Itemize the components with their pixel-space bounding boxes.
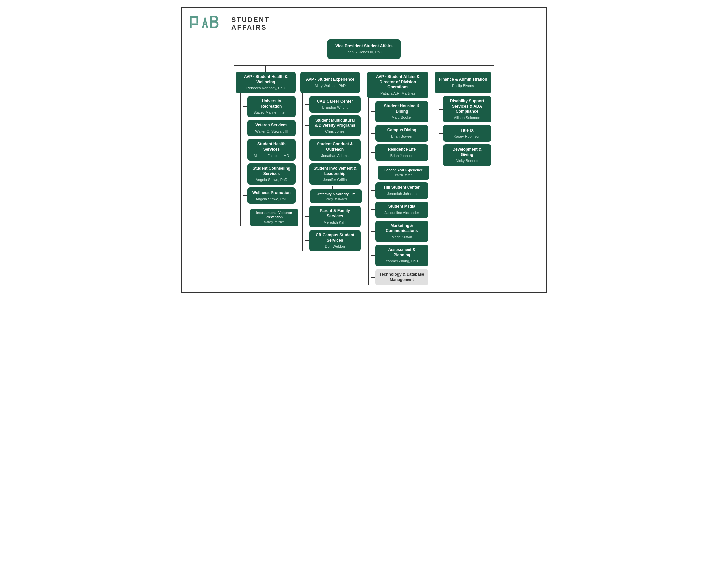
col2-item-5: Marketing & Communications Marie Sutton: [375, 221, 428, 242]
col0-item-1: Veteran Services Walter C. Stewart III: [247, 120, 296, 137]
svg-marker-4: [202, 16, 208, 28]
col0-h3: [243, 174, 247, 174]
col3-item-0: Disability Support Services & ADA Compli…: [443, 96, 491, 123]
col2-item-7: Technology & Database Management: [375, 269, 428, 285]
col0-sub-vline: [286, 206, 286, 209]
col2-item-4: Student Media Jacqueline Alexander: [375, 202, 428, 218]
col0-h2: [243, 150, 247, 150]
col1-item-0-row: UAB Career Center Brandon Wright: [305, 96, 362, 113]
col1-item-4: Parent & Family Services Meredith Kahl: [309, 206, 361, 227]
svg-rect-8: [210, 21, 215, 23]
col3-vline: [463, 66, 463, 72]
col1-item-4-row: Parent & Family Services Meredith Kahl: [305, 206, 362, 227]
col2-item-2: Residence Life Brian Johnson: [375, 144, 428, 161]
col1-sub-0: Fraternity & Sorority Life Scotty Rainwa…: [310, 189, 362, 203]
col3-avp: Finance & Administration Phillip Bivens: [435, 72, 491, 93]
uab-logo-svg: [189, 14, 229, 33]
vp-name: John R. Jones III, PhD: [346, 50, 382, 54]
page-container: STUDENT AFFAIRS Vice President Student A…: [181, 7, 547, 293]
col2-item-6: Assessment & Planning Yanmei Zhang, PhD: [375, 245, 428, 266]
header: STUDENT AFFAIRS: [189, 14, 539, 33]
col1-item-1-row: Student Multicultural & Diversity Progra…: [305, 115, 362, 137]
col1-item-5: Off-Campus Student Services Dori Weldon: [309, 230, 361, 251]
col2-item-3: Hill Student Center Jeremiah Johnson: [375, 182, 428, 199]
logo-affairs: AFFAIRS: [231, 24, 270, 31]
col1-avp-name: Mary Wallace, PhD: [315, 83, 346, 88]
svg-rect-3: [192, 24, 198, 26]
columns-wrapper: AVP - Student Health & Wellbeing Rebecca…: [234, 66, 494, 285]
vp-connector: [364, 59, 364, 65]
col0-item-3-row: Student Counseling Services Angela Stowe…: [243, 163, 296, 185]
col2-avp: AVP - Student Affairs & Director of Divi…: [367, 72, 428, 98]
col0-item-1-row: Veteran Services Walter C. Stewart III: [243, 120, 296, 137]
col1-avp-title: AVP - Student Experience: [306, 77, 354, 82]
col2-item-1: Campus Dining Brian Bowser: [375, 125, 428, 142]
col2-children: Student Housing & Dining Marc Booker Cam…: [368, 98, 429, 285]
column-2: AVP - Student Affairs & Director of Divi…: [363, 66, 433, 285]
col0-item-4-row: Wellness Promotion Angela Stowe, PhD: [243, 187, 296, 204]
column-1: AVP - Student Experience Mary Wallace, P…: [297, 66, 363, 251]
col3-children: Disability Support Services & ADA Compli…: [436, 93, 492, 166]
col3-item-1: Title IX Kasey Robinson: [443, 125, 491, 142]
col0-h1: [243, 128, 247, 129]
col1-item-1: Student Multicultural & Diversity Progra…: [309, 115, 361, 137]
col3-item-2: Development & Giving Nicky Bennett: [443, 144, 491, 166]
col0-sub-row: Interpersonal Violence Prevention Mandy …: [250, 206, 298, 226]
col1-item-3: Student Involvement & Leadership Jennife…: [309, 163, 361, 185]
col1-children: UAB Career Center Brandon Wright Student…: [302, 93, 362, 251]
col1-item-5-row: Off-Campus Student Services Dori Weldon: [305, 230, 362, 251]
vp-node: Vice President Student Affairs John R. J…: [327, 39, 401, 59]
col1-item-0: UAB Career Center Brandon Wright: [309, 96, 361, 113]
col0-item-0-row: University Recreation Stacey Maline, Int…: [243, 96, 296, 117]
col0-item-2: Student Health Services Michael Fairclot…: [247, 139, 296, 160]
col1-vline: [330, 66, 330, 72]
col0-avp-name: Rebecca Kennedy, PhD: [246, 86, 285, 90]
col1-avp: AVP - Student Experience Mary Wallace, P…: [300, 72, 360, 93]
col0-item-4: Wellness Promotion Angela Stowe, PhD: [247, 187, 296, 204]
logo-text: STUDENT AFFAIRS: [231, 16, 270, 31]
col0-item-0: University Recreation Stacey Maline, Int…: [247, 96, 296, 117]
svg-rect-7: [210, 16, 215, 18]
col1-item-2-row: Student Conduct & Outreach Jonathan Adam…: [305, 139, 362, 160]
column-0: AVP - Student Health & Wellbeing Rebecca…: [234, 66, 297, 226]
col0-vline: [265, 66, 266, 72]
col0-h0: [243, 106, 247, 107]
col0-item-3: Student Counseling Services Angela Stowe…: [247, 163, 296, 185]
svg-rect-5: [203, 24, 207, 25]
col2-vline: [398, 66, 398, 72]
svg-rect-2: [196, 16, 198, 24]
col1-sub-row: Fraternity & Sorority Life Scotty Rainwa…: [310, 186, 362, 203]
col0-sub-0: Interpersonal Violence Prevention Mandy …: [250, 209, 298, 226]
col1-item-2: Student Conduct & Outreach Jonathan Adam…: [309, 139, 361, 160]
logo: STUDENT AFFAIRS: [189, 14, 270, 33]
col0-items: University Recreation Stacey Maline, Int…: [243, 93, 297, 226]
vp-title: Vice President Student Affairs: [335, 44, 392, 49]
col1-item-3-row: Student Involvement & Leadership Jennife…: [305, 163, 362, 185]
org-chart: Vice President Student Affairs John R. J…: [189, 39, 539, 285]
col0-avp: AVP - Student Health & Wellbeing Rebecca…: [236, 72, 296, 93]
col2-sub-0: Second Year Experience Paton Roden: [378, 166, 429, 180]
column-3: Finance & Administration Phillip Bivens …: [432, 66, 494, 166]
col0-item-2-row: Student Health Services Michael Fairclot…: [243, 139, 296, 160]
col0-h4: [243, 195, 247, 196]
col2-item-0: Student Housing & Dining Marc Booker: [375, 101, 428, 122]
col0-avp-title: AVP - Student Health & Wellbeing: [240, 74, 292, 85]
logo-student: STUDENT: [231, 16, 270, 24]
col0-children: University Recreation Stacey Maline, Int…: [240, 93, 297, 226]
